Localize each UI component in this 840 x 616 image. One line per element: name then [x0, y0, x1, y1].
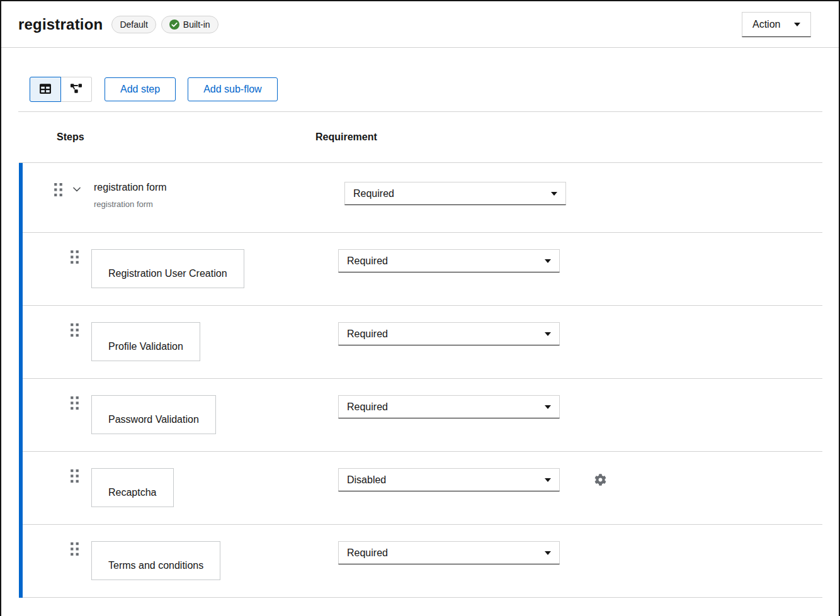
caret-down-icon [545, 551, 551, 555]
flow-name: registration form registration form [94, 182, 167, 209]
toolbar: Add step Add sub-flow [30, 77, 822, 102]
check-circle-icon [169, 20, 179, 30]
expand-toggle-button[interactable] [73, 184, 81, 194]
diagram-view-icon [71, 84, 82, 95]
page-header: registration Default Built-in Action [1, 1, 839, 48]
step-card: Registration User Creation [91, 249, 244, 288]
builtin-badge: Built-in [161, 16, 219, 33]
default-badge: Default [111, 16, 156, 33]
page-title: registration [18, 16, 103, 33]
requirement-select[interactable]: Required [344, 182, 566, 205]
steps-cell: Profile Validation [23, 322, 338, 361]
table-row: Password Validation Required [23, 379, 822, 452]
caret-down-icon [551, 192, 557, 196]
chevron-down-icon [73, 184, 81, 194]
requirement-select[interactable]: Required [338, 395, 560, 418]
requirement-select[interactable]: Required [338, 249, 560, 272]
steps-cell: registration form registration form [23, 182, 344, 209]
add-step-button[interactable]: Add step [105, 77, 176, 101]
drag-handle-icon[interactable] [54, 183, 62, 196]
drag-handle-icon[interactable] [71, 396, 79, 410]
caret-down-icon [545, 405, 551, 409]
table-row: Profile Validation Required [23, 306, 822, 379]
flow-steps-table: Steps Requirement [19, 112, 822, 598]
caret-down-icon [545, 259, 551, 263]
step-card: Password Validation [91, 395, 216, 434]
table-row: Recaptcha Disabled [23, 452, 822, 525]
table-body: registration form registration form Requ… [19, 163, 822, 598]
drag-handle-icon[interactable] [71, 250, 79, 264]
flow-subtitle: registration form [94, 199, 167, 209]
requirement-select[interactable]: Required [338, 541, 560, 564]
action-menu-toggle[interactable]: Action [742, 12, 811, 37]
table-view-toggle[interactable] [30, 77, 61, 102]
drag-handle-icon[interactable] [71, 323, 79, 337]
requirement-select[interactable]: Required [338, 322, 560, 345]
column-header-steps: Steps [57, 132, 315, 143]
steps-cell: Password Validation [23, 395, 338, 434]
table-view-icon [40, 83, 51, 96]
table-row: registration form registration form Requ… [23, 163, 822, 233]
diagram-view-toggle[interactable] [61, 77, 92, 102]
table-row: Registration User Creation Required [23, 233, 822, 306]
table-header-row: Steps Requirement [19, 112, 822, 163]
caret-down-icon [545, 332, 551, 336]
add-subflow-button[interactable]: Add sub-flow [188, 77, 278, 101]
settings-button[interactable] [594, 474, 606, 488]
step-card: Recaptcha [91, 468, 174, 507]
table-row: Terms and conditions Required [23, 525, 822, 598]
step-card: Profile Validation [91, 322, 200, 361]
gear-icon [594, 474, 606, 488]
caret-down-icon [794, 23, 800, 26]
caret-down-icon [545, 478, 551, 482]
drag-handle-icon[interactable] [71, 469, 79, 483]
requirement-select[interactable]: Disabled [338, 468, 560, 491]
flow-title: registration form [94, 182, 167, 193]
steps-cell: Registration User Creation [23, 249, 338, 288]
steps-cell: Recaptcha [23, 468, 338, 507]
flow-details-page: registration Default Built-in Action [0, 0, 840, 616]
view-toggle-group [30, 77, 92, 102]
column-header-requirement: Requirement [315, 132, 377, 143]
step-card: Terms and conditions [91, 541, 220, 580]
drag-handle-icon[interactable] [71, 542, 79, 556]
steps-cell: Terms and conditions [23, 541, 338, 580]
